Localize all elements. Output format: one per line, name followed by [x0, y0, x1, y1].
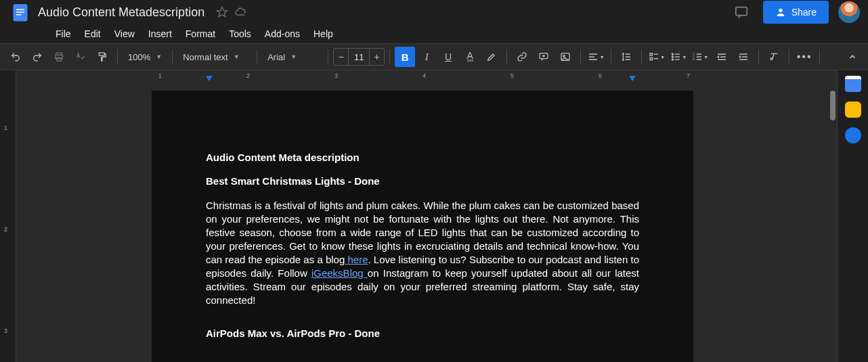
insert-link-button[interactable]	[512, 47, 532, 67]
checklist-button[interactable]: ▼	[647, 47, 667, 67]
more-tools-button[interactable]: •••	[794, 47, 815, 67]
svg-point-18	[672, 59, 674, 60]
undo-button[interactable]	[5, 47, 26, 67]
font-size-control: − 11 +	[333, 48, 385, 66]
docs-app-icon[interactable]	[8, 0, 32, 24]
insert-image-button[interactable]	[555, 47, 576, 67]
menu-file[interactable]: File	[49, 26, 78, 42]
bullet-list-button[interactable]: ▼	[668, 47, 689, 67]
svg-rect-14	[650, 53, 652, 55]
doc-title[interactable]: Audio Content Metadescription	[38, 5, 204, 20]
font-size-value[interactable]: 11	[349, 52, 369, 62]
link-igeeksblog[interactable]: iGeeksBlog	[311, 267, 368, 279]
menu-help[interactable]: Help	[307, 26, 340, 42]
menubar: File Edit View Insert Format Tools Add-o…	[0, 24, 868, 43]
text-color-button[interactable]: A	[460, 47, 480, 67]
cloud-saved-icon[interactable]	[234, 5, 248, 19]
menu-tools[interactable]: Tools	[222, 26, 258, 42]
menu-format[interactable]: Format	[179, 26, 222, 42]
svg-rect-5	[735, 7, 747, 16]
line-spacing-button[interactable]	[616, 47, 636, 67]
highlight-button[interactable]	[481, 47, 502, 67]
font-dropdown[interactable]: Arial▼	[262, 48, 323, 66]
menu-addons[interactable]: Add-ons	[258, 26, 307, 42]
spellcheck-button[interactable]	[70, 47, 91, 67]
keep-addon-icon[interactable]	[845, 101, 861, 118]
indent-increase-button[interactable]	[733, 47, 754, 67]
menu-insert[interactable]: Insert	[142, 26, 179, 42]
font-size-decrease[interactable]: −	[334, 49, 349, 65]
italic-button[interactable]: I	[416, 47, 437, 67]
page-subtitle-2: AirPods Max vs. AirPods Pro - Done	[206, 327, 639, 339]
svg-point-6	[779, 9, 782, 12]
tasks-addon-icon[interactable]	[845, 127, 861, 143]
comments-icon[interactable]	[729, 0, 754, 24]
svg-text:3: 3	[693, 58, 695, 61]
paint-format-button[interactable]	[92, 47, 112, 67]
svg-rect-10	[99, 53, 104, 55]
document-page[interactable]: Audio Content Meta description Best Smar…	[152, 91, 693, 362]
svg-point-17	[672, 56, 674, 58]
side-panel	[837, 70, 868, 362]
horizontal-ruler: 1 2 3 4 5 6 7	[16, 70, 837, 83]
share-label: Share	[791, 7, 817, 18]
vertical-scrollbar[interactable]	[830, 91, 836, 120]
body-paragraph: Christmas is a festival of lights and pl…	[206, 199, 639, 307]
svg-rect-3	[16, 14, 22, 16]
collapse-toolbar-button[interactable]	[842, 47, 863, 67]
indent-marker-right-icon[interactable]	[629, 76, 636, 81]
link-here[interactable]: here	[345, 254, 368, 265]
style-dropdown[interactable]: Normal text▼	[177, 48, 252, 66]
insert-comment-button[interactable]	[534, 47, 554, 67]
redo-button[interactable]	[27, 47, 47, 67]
print-button[interactable]	[49, 47, 69, 67]
star-icon[interactable]	[215, 5, 229, 19]
zoom-dropdown[interactable]: 100%▼	[123, 48, 167, 66]
svg-rect-2	[16, 12, 24, 13]
svg-point-13	[563, 55, 565, 57]
clear-formatting-button[interactable]	[764, 47, 784, 67]
bold-button[interactable]: B	[395, 47, 415, 67]
page-title: Audio Content Meta description	[206, 152, 639, 163]
numbered-list-button[interactable]: 123▼	[690, 47, 710, 67]
underline-button[interactable]: U	[438, 47, 458, 67]
vertical-ruler: 1 2 3	[0, 70, 16, 362]
align-button[interactable]: ▼	[586, 47, 606, 67]
font-size-increase[interactable]: +	[369, 49, 384, 65]
share-button[interactable]: Share	[763, 1, 829, 24]
menu-edit[interactable]: Edit	[78, 26, 108, 42]
svg-rect-1	[16, 9, 24, 11]
toolbar: 100%▼ Normal text▼ Arial▼ − 11 + B I U A…	[0, 43, 868, 70]
page-subtitle: Best Smart Christmas Lights - Done	[206, 175, 639, 187]
calendar-addon-icon[interactable]	[845, 76, 861, 92]
svg-point-16	[672, 53, 674, 55]
menu-view[interactable]: View	[108, 26, 142, 42]
indent-decrease-button[interactable]	[712, 47, 732, 67]
indent-marker-left-icon[interactable]	[206, 76, 213, 81]
avatar[interactable]	[838, 1, 860, 23]
svg-marker-4	[217, 7, 227, 17]
svg-rect-15	[650, 58, 652, 60]
